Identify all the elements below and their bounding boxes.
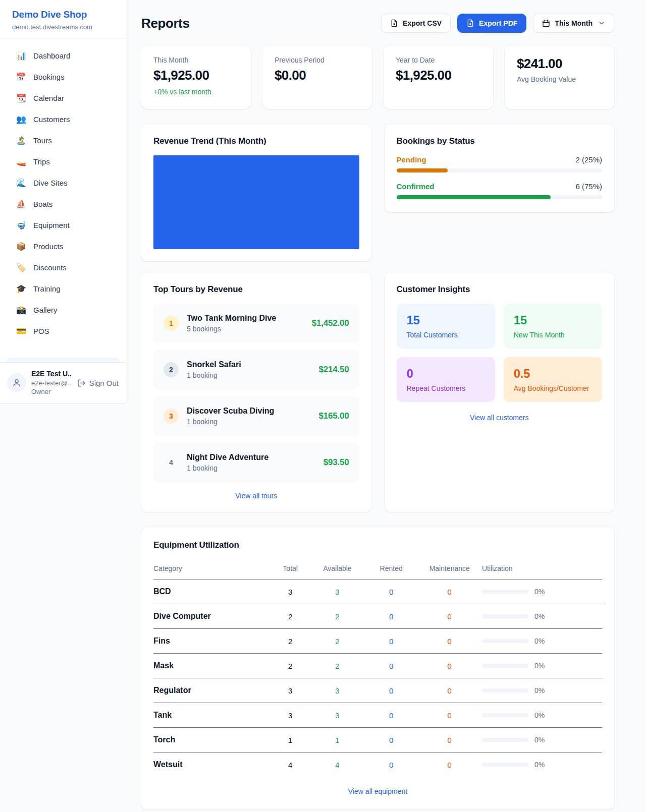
sidebar-nav-item[interactable]: 📅 Bookings — [6, 67, 120, 87]
utilization-bar-track — [482, 763, 528, 767]
rank-badge: 1 — [164, 316, 179, 331]
sidebar-nav-item[interactable]: 🌊 Dive Sites — [6, 172, 120, 193]
sidebar-nav-item[interactable]: 📦 Products — [6, 236, 120, 257]
cell-total: 2 — [270, 629, 310, 654]
sidebar-nav-item[interactable]: 📸 Gallery — [6, 300, 120, 320]
tour-revenue: $93.50 — [324, 457, 349, 468]
status-count: 2 (25%) — [575, 155, 602, 164]
tour-bookings: 1 booking — [187, 371, 241, 379]
cell-maintenance: 0 — [418, 728, 480, 752]
utilization-bar-track — [482, 614, 528, 618]
view-all-equipment-link[interactable]: View all equipment — [153, 787, 602, 795]
equipment-table-body: BCD 3 3 0 0 0% Dive — [153, 579, 602, 777]
cell-utilization: 0% — [481, 629, 602, 654]
user-name: E2E Test U... — [31, 369, 72, 379]
nav-item-icon: 📅 — [16, 72, 26, 82]
status-bar-track — [397, 168, 603, 172]
insight-tile: 15 Total Customers — [397, 304, 495, 349]
sidebar-nav-item[interactable]: 🏷️ Discounts — [6, 257, 120, 278]
sidebar-nav-item[interactable]: 🎓 Training — [6, 278, 120, 299]
cell-available: 1 — [310, 728, 364, 752]
panel-title: Revenue Trend (This Month) — [153, 136, 359, 146]
nav-item-icon: 🏷️ — [16, 263, 26, 272]
nav-item-icon: 🤿 — [16, 220, 26, 230]
sidebar-nav-item[interactable]: 💳 POS — [6, 321, 120, 341]
nav-item-icon: 📆 — [16, 93, 26, 103]
sidebar-nav-item[interactable]: 🚤 Trips — [6, 151, 120, 172]
bookings-by-status-panel: Bookings by Status Pending 2 (25%) — [385, 124, 615, 212]
status-item: Confirmed 6 (75%) — [397, 182, 603, 199]
stat-value: $241.00 — [517, 56, 602, 72]
table-row: Mask 2 2 0 0 0% — [153, 654, 602, 678]
cell-available: 3 — [310, 579, 364, 604]
tour-bookings: 1 booking — [187, 464, 268, 472]
utilization-percent: 0% — [534, 711, 545, 719]
insight-label: Avg Bookings/Customer — [514, 384, 592, 392]
insight-value: 15 — [407, 313, 485, 327]
period-dropdown[interactable]: This Month — [533, 14, 614, 33]
stat-value: $1,925.00 — [153, 68, 239, 83]
file-download-icon — [466, 19, 474, 27]
nav-item-icon: 🏝️ — [16, 136, 26, 145]
active-nav-item-partial[interactable] — [6, 358, 120, 362]
status-bar-fill — [397, 195, 551, 199]
utilization-bar-track — [482, 713, 528, 717]
tour-list: 1 Two Tank Morning Dive 5 bookings $1,45… — [153, 304, 359, 482]
tour-revenue: $214.50 — [318, 365, 349, 375]
cell-maintenance: 0 — [418, 654, 480, 678]
export-pdf-button[interactable]: Export PDF — [457, 14, 526, 33]
cell-utilization: 0% — [481, 752, 602, 777]
insight-tile: 0 Repeat Customers — [397, 357, 495, 402]
cell-total: 3 — [270, 678, 310, 703]
tour-revenue: $1,452.00 — [312, 318, 349, 328]
sidebar-nav-item[interactable]: 📊 Dashboard — [6, 45, 120, 66]
status-list: Pending 2 (25%) Confirmed 6 (75%) — [397, 155, 603, 199]
insight-value: 15 — [514, 313, 592, 327]
status-bar-track — [397, 195, 603, 199]
nav-item-icon: 📦 — [16, 242, 26, 251]
sidebar-nav-item[interactable]: 📆 Calendar — [6, 88, 120, 108]
user-avatar — [7, 373, 26, 392]
tour-row: 3 Discover Scuba Diving 1 booking $165.0… — [153, 396, 359, 436]
revenue-trend-panel: Revenue Trend (This Month) — [141, 124, 371, 261]
panel-title: Top Tours by Revenue — [153, 284, 359, 295]
column-header: Category — [153, 559, 270, 579]
cell-category: Regulator — [153, 678, 270, 703]
shop-domain: demo.test.divestreams.com — [12, 23, 114, 31]
utilization-percent: 0% — [534, 588, 545, 596]
cell-utilization: 0% — [481, 703, 602, 728]
nav-item-label: Customers — [33, 115, 70, 124]
nav-item-label: Equipment — [33, 221, 70, 229]
main-content: Reports Export CSV Export PDF This Month… — [126, 0, 646, 809]
sign-out-label: Sign Out — [89, 379, 119, 387]
stats-row: This Month $1,925.00 +0% vs last month P… — [141, 45, 614, 109]
user-panel: E2E Test U... e2e-tester@... Owner Sign … — [0, 362, 126, 403]
export-csv-button[interactable]: Export CSV — [381, 14, 451, 33]
stat-card-this-month: This Month $1,925.00 +0% vs last month — [141, 45, 251, 109]
status-name: Confirmed — [397, 182, 435, 191]
nav-item-icon: 📸 — [16, 305, 26, 315]
cell-category: Mask — [153, 654, 270, 678]
shop-title: Demo Dive Shop — [12, 9, 114, 20]
nav-item-icon: 👥 — [16, 114, 26, 124]
sidebar-nav-item[interactable]: 🤿 Equipment — [6, 215, 120, 236]
sign-out-button[interactable]: Sign Out — [77, 379, 119, 387]
tour-row: 2 Snorkel Safari 1 booking $214.50 — [153, 350, 359, 389]
sidebar-nav-item[interactable]: 🏝️ Tours — [6, 130, 120, 151]
nav-item-icon: 🚤 — [16, 157, 26, 166]
cell-available: 2 — [310, 654, 364, 678]
cell-available: 3 — [310, 678, 364, 703]
cell-category: Tank — [153, 703, 270, 728]
nav-item-label: Dashboard — [33, 51, 70, 60]
insight-value: 0 — [407, 367, 485, 381]
insight-label: New This Month — [514, 331, 592, 339]
sidebar-nav-item[interactable]: 👥 Customers — [6, 109, 120, 130]
view-all-customers-link[interactable]: View all customers — [397, 414, 603, 422]
nav-item-label: Gallery — [33, 306, 58, 314]
equipment-utilization-panel: Equipment Utilization Category Total Ava… — [141, 527, 614, 809]
cell-total: 3 — [270, 703, 310, 728]
cell-rented: 0 — [364, 604, 418, 629]
view-all-tours-link[interactable]: View all tours — [153, 492, 359, 500]
column-header: Utilization — [481, 559, 602, 579]
sidebar-nav-item[interactable]: ⛵ Boats — [6, 194, 120, 214]
